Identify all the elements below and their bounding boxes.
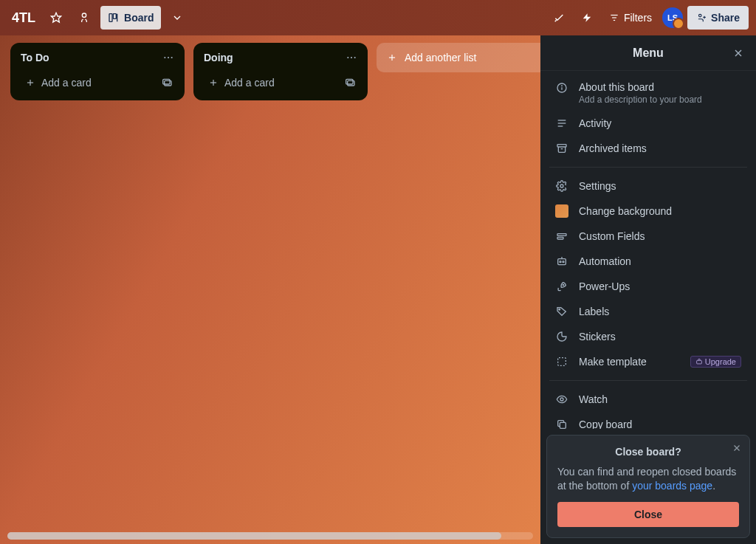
eye-icon	[555, 393, 568, 406]
board-icon	[108, 12, 120, 24]
menu-item-stickers[interactable]: Stickers	[548, 324, 749, 349]
menu-item-activity[interactable]: Activity	[548, 111, 749, 136]
menu-item-label: Copy board	[579, 419, 741, 429]
confirm-text: You can find and reopen closed boards at…	[557, 465, 739, 493]
list-title[interactable]: To Do	[21, 52, 49, 63]
menu-item-change-background[interactable]: Change background	[548, 199, 749, 224]
menu-item-label: Archived items	[579, 142, 741, 154]
menu-item-sublabel: Add a description to your board	[579, 94, 741, 105]
svg-point-19	[347, 57, 348, 58]
svg-rect-3	[113, 14, 116, 19]
plus-icon	[208, 78, 219, 88]
menu-item-settings[interactable]: Settings	[548, 173, 749, 199]
share-button[interactable]: Share	[687, 6, 749, 30]
menu-item-label: Watch	[579, 393, 741, 405]
archive-icon	[555, 142, 568, 155]
chevron-down-icon[interactable]	[165, 6, 189, 30]
card-template-icon[interactable]	[343, 75, 357, 90]
more-icon[interactable]	[162, 52, 174, 63]
svg-point-32	[562, 86, 563, 86]
menu-item-archived[interactable]: Archived items	[548, 136, 749, 161]
main: To Do Add a card Doing	[0, 35, 756, 544]
background-swatch-icon	[555, 204, 568, 218]
filter-icon	[609, 13, 619, 23]
menu-panel: Menu About this board Add a description …	[540, 35, 756, 544]
menu-item-label: Make template	[579, 356, 680, 368]
close-icon[interactable]	[729, 44, 747, 62]
close-board-confirm: Close board? You can find and reopen clo…	[546, 435, 750, 538]
svg-marker-5	[583, 13, 591, 22]
info-icon	[555, 81, 568, 94]
add-card-label: Add a card	[41, 77, 92, 89]
menu-item-copy-board[interactable]: Copy board	[548, 412, 749, 429]
automation-icon	[555, 255, 568, 268]
svg-point-12	[164, 57, 165, 58]
menu-item-label: Labels	[579, 306, 741, 317]
upgrade-label: Upgrade	[705, 357, 736, 366]
filters-button[interactable]: Filters	[603, 6, 658, 30]
menu-item-label: Power-Ups	[579, 280, 741, 292]
workspace-visibility-icon[interactable]	[72, 6, 96, 30]
svg-point-14	[171, 57, 173, 58]
more-icon[interactable]	[346, 52, 357, 63]
svg-point-13	[168, 57, 169, 58]
menu-item-power-ups[interactable]: Power-Ups	[548, 274, 749, 299]
svg-point-20	[351, 57, 352, 58]
custom-fields-icon	[555, 230, 568, 243]
divider	[549, 167, 747, 168]
menu-item-label: Activity	[579, 117, 741, 129]
menu-item-automation[interactable]: Automation	[548, 249, 749, 274]
svg-rect-2	[109, 14, 112, 22]
svg-rect-48	[696, 360, 701, 364]
svg-point-42	[560, 261, 561, 263]
upgrade-badge[interactable]: Upgrade	[690, 356, 741, 368]
list-title[interactable]: Doing	[204, 52, 233, 63]
board-canvas[interactable]: To Do Add a card Doing	[0, 35, 540, 544]
add-card-button[interactable]: Add a card	[21, 74, 159, 92]
add-card-button[interactable]: Add a card	[204, 74, 343, 92]
avatar[interactable]: LS	[662, 7, 683, 28]
divider	[549, 380, 747, 381]
menu-body: About this board Add a description to yo…	[540, 71, 756, 429]
horizontal-scrollbar[interactable]	[7, 532, 533, 540]
share-icon	[696, 13, 707, 23]
share-label: Share	[711, 12, 740, 24]
list-todo: To Do Add a card	[10, 43, 185, 100]
topbar-right: Filters LS Share	[547, 6, 749, 30]
svg-point-38	[560, 185, 563, 187]
menu-item-label: Change background	[579, 205, 741, 217]
menu-item-label: Custom Fields	[579, 230, 741, 242]
menu-item-about[interactable]: About this board Add a description to yo…	[548, 75, 749, 111]
svg-point-1	[82, 13, 86, 17]
svg-point-46	[559, 309, 560, 311]
automation-bolt-icon[interactable]	[575, 6, 599, 30]
card-template-icon[interactable]	[159, 75, 174, 90]
template-icon	[555, 355, 568, 368]
close-icon[interactable]	[732, 443, 742, 453]
svg-point-49	[560, 398, 563, 401]
menu-header: Menu	[540, 35, 756, 71]
list-doing: Doing Add a card	[193, 43, 368, 100]
copy-icon	[555, 418, 568, 429]
menu-item-watch[interactable]: Watch	[548, 387, 749, 412]
add-card-label: Add a card	[224, 77, 275, 89]
star-icon[interactable]	[44, 6, 68, 30]
svg-point-9	[699, 14, 702, 17]
confirm-link[interactable]: your boards page	[632, 480, 712, 492]
rocket-icon[interactable]	[547, 6, 571, 30]
board-view-label: Board	[124, 12, 154, 24]
svg-rect-50	[560, 422, 566, 428]
scrollbar-thumb[interactable]	[7, 532, 501, 540]
sticker-icon	[555, 330, 568, 343]
topbar: 4TL Board Filters LS Share	[0, 0, 756, 35]
add-list-button[interactable]: Add another list	[377, 43, 540, 72]
menu-item-label: Stickers	[579, 331, 741, 342]
plus-icon	[25, 78, 35, 88]
board-view-button[interactable]: Board	[100, 6, 161, 30]
board-name[interactable]: 4TL	[12, 10, 35, 26]
menu-item-labels[interactable]: Labels	[548, 299, 749, 324]
tag-icon	[555, 305, 568, 318]
close-button[interactable]: Close	[557, 502, 739, 527]
menu-item-make-template[interactable]: Make template Upgrade	[548, 349, 749, 374]
menu-item-custom-fields[interactable]: Custom Fields	[548, 224, 749, 249]
